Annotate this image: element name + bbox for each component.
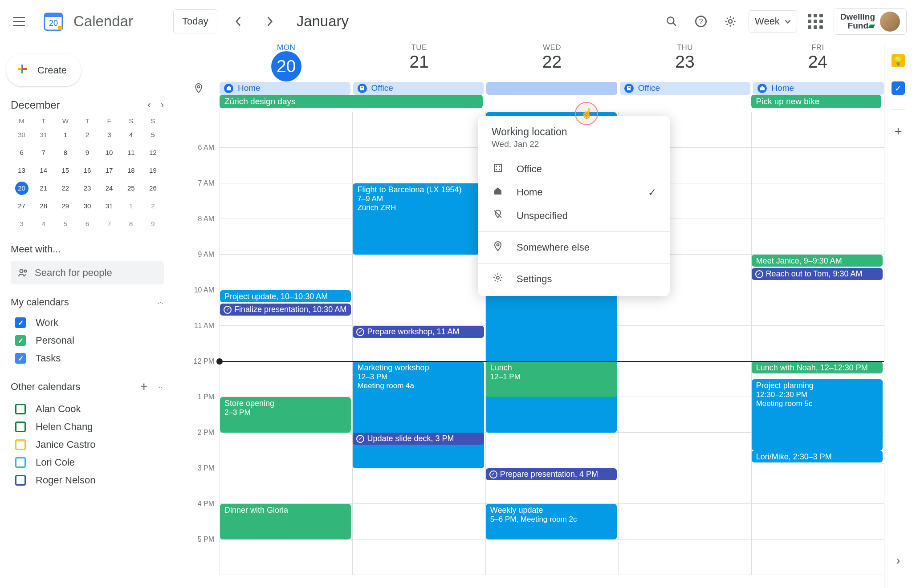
day-header[interactable]: FRI24 <box>751 43 884 77</box>
search-button[interactable] <box>660 10 683 32</box>
mini-day[interactable]: 5 <box>142 128 164 142</box>
mini-day[interactable]: 13 <box>11 164 33 177</box>
mini-cal-prev[interactable]: ‹ <box>147 99 151 111</box>
task-event[interactable]: Update slide deck, 3 PM <box>353 433 484 445</box>
calendar-checkbox[interactable] <box>15 317 26 328</box>
user-avatar[interactable] <box>880 12 900 32</box>
mini-day[interactable]: 16 <box>76 164 98 177</box>
mini-day[interactable]: 3 <box>11 217 33 231</box>
day-column[interactable]: Meet Janice, 9–9:30 AMReach out to Tom, … <box>751 112 884 575</box>
mini-day[interactable]: 8 <box>120 217 142 231</box>
task-event[interactable]: Reach out to Tom, 9:30 AM <box>752 268 883 280</box>
mini-day[interactable]: 4 <box>120 128 142 142</box>
calendar-item[interactable]: Personal <box>11 332 164 349</box>
mini-day[interactable]: 26 <box>142 182 164 195</box>
today-button[interactable]: Today <box>173 9 217 33</box>
next-period-button[interactable] <box>259 11 281 32</box>
add-addon-button[interactable]: + <box>894 124 902 139</box>
task-event[interactable]: Prepare workshop, 11 AM <box>353 326 484 338</box>
mini-day[interactable]: 25 <box>120 182 142 195</box>
calendar-checkbox[interactable] <box>15 353 26 364</box>
mini-day[interactable]: 2 <box>76 128 98 142</box>
prev-period-button[interactable] <box>228 11 249 32</box>
mini-day[interactable]: 30 <box>76 199 98 213</box>
mini-day[interactable]: 15 <box>54 164 76 177</box>
popup-option-home[interactable]: Home✓ <box>478 181 670 204</box>
day-header[interactable]: THU23 <box>618 43 751 77</box>
calendar-item[interactable]: Lori Cole <box>11 454 164 471</box>
calendar-event[interactable]: Marketing workshop12–3 PMMeeting room 4a <box>353 361 484 468</box>
calendar-item[interactable]: Alan Cook <box>11 400 164 418</box>
calendar-event[interactable]: Meet Janice, 9–9:30 AM <box>752 255 883 267</box>
calendar-event[interactable]: Project update, 10–10:30 AM <box>220 290 351 302</box>
mini-day[interactable]: 31 <box>33 128 54 142</box>
create-button[interactable]: Create <box>6 54 81 86</box>
mini-day[interactable]: 29 <box>54 199 76 213</box>
calendar-checkbox[interactable] <box>15 439 26 450</box>
mini-day[interactable]: 14 <box>33 164 54 177</box>
calendar-item[interactable]: Work <box>11 314 164 332</box>
mini-day[interactable]: 3 <box>98 128 120 142</box>
popup-option-settings[interactable]: Settings <box>478 267 670 291</box>
mini-day[interactable]: 20 <box>11 182 33 195</box>
calendar-event[interactable]: Flight to Barcelona (LX 1954)7–9 AMZüric… <box>353 183 484 255</box>
calendar-event[interactable]: Dinner with Gloria <box>220 504 351 539</box>
task-event[interactable]: Prepare presentation, 4 PM <box>486 468 617 480</box>
search-people-input[interactable]: Search for people <box>11 261 164 284</box>
allday-event[interactable]: Pick up new bike <box>751 95 881 108</box>
calendar-checkbox[interactable] <box>15 404 26 414</box>
mini-day[interactable]: 8 <box>54 146 76 159</box>
add-calendar-button[interactable]: + <box>140 379 148 394</box>
mini-day[interactable]: 27 <box>11 199 33 213</box>
working-location-chip[interactable]: Office <box>620 82 751 95</box>
calendar-event[interactable]: Store opening2–3 PM <box>220 397 351 433</box>
working-location-chip[interactable] <box>486 82 617 95</box>
day-column[interactable]: Flight to Barcelona (LX 1954)7–9 AMZüric… <box>352 112 485 575</box>
org-badge[interactable]: DwellingFund▰ <box>834 8 907 35</box>
calendar-item[interactable]: Helen Chang <box>11 418 164 436</box>
main-menu-button[interactable] <box>5 8 32 35</box>
popup-option-unspecified[interactable]: Unspecified <box>478 204 670 228</box>
view-selector[interactable]: Week <box>749 10 797 32</box>
calendar-event[interactable]: Lunch12–1 PM <box>486 361 617 397</box>
keep-icon[interactable]: 💡 <box>892 54 905 67</box>
task-event[interactable]: Finalize presentation, 10:30 AM <box>220 304 351 316</box>
mini-day[interactable]: 23 <box>76 182 98 195</box>
mini-day[interactable]: 4 <box>33 217 54 231</box>
mini-day[interactable]: 6 <box>76 217 98 231</box>
mini-day[interactable]: 22 <box>54 182 76 195</box>
day-header[interactable]: TUE21 <box>352 43 485 77</box>
mini-day[interactable]: 19 <box>142 164 164 177</box>
tasks-icon[interactable]: ✓ <box>892 81 905 95</box>
support-button[interactable]: ? <box>690 10 712 32</box>
allday-event[interactable]: Zürich design days <box>220 95 483 108</box>
other-calendars-toggle[interactable]: Other calendars +︿ <box>11 379 164 394</box>
mini-day[interactable]: 7 <box>33 146 54 159</box>
calendar-checkbox[interactable] <box>15 475 26 486</box>
popup-option-office[interactable]: Office <box>478 158 670 181</box>
day-header[interactable]: WED22 <box>485 43 618 77</box>
calendar-checkbox[interactable] <box>15 335 26 346</box>
calendar-event[interactable]: Lunch with Noah, 12–12:30 PM <box>752 361 883 373</box>
mini-day[interactable]: 31 <box>98 199 120 213</box>
mini-day[interactable]: 28 <box>33 199 54 213</box>
mini-day[interactable]: 30 <box>11 128 33 142</box>
day-header[interactable]: MON20 <box>220 43 352 77</box>
mini-day[interactable]: 17 <box>98 164 120 177</box>
calendar-event[interactable]: Weekly update5–6 PM, Meeting room 2c <box>486 504 617 539</box>
working-location-chip[interactable]: Home <box>753 82 884 95</box>
working-location-chip[interactable]: Home <box>220 82 350 95</box>
day-column[interactable]: Project update, 10–10:30 AMFinalize pres… <box>220 112 352 575</box>
mini-day[interactable]: 24 <box>98 182 120 195</box>
mini-day[interactable]: 1 <box>120 199 142 213</box>
mini-day[interactable]: 9 <box>142 217 164 231</box>
settings-button[interactable] <box>719 10 741 32</box>
google-apps-button[interactable] <box>804 10 826 32</box>
mini-day[interactable]: 12 <box>142 146 164 159</box>
mini-day[interactable]: 10 <box>98 146 120 159</box>
mini-day[interactable]: 21 <box>33 182 54 195</box>
calendar-event[interactable]: Lori/Mike, 2:30–3 PM <box>752 450 883 462</box>
calendar-checkbox[interactable] <box>15 457 26 468</box>
mini-day[interactable]: 7 <box>98 217 120 231</box>
mini-day[interactable]: 11 <box>120 146 142 159</box>
